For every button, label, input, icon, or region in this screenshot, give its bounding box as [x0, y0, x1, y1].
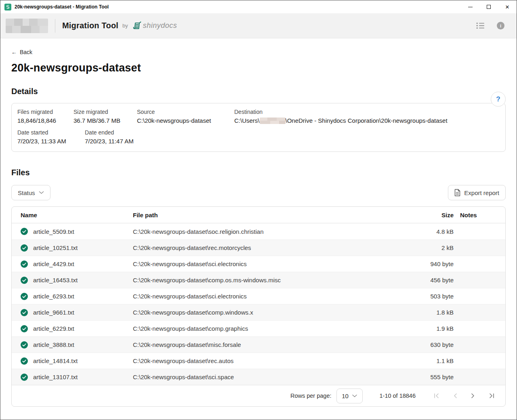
detail-label: Source: [137, 109, 234, 115]
file-name: article_3888.txt: [33, 341, 74, 348]
rows-per-page-value: 10: [342, 393, 349, 399]
files-toolbar: Status Export report: [11, 185, 506, 200]
back-arrow-icon: ←: [11, 49, 17, 55]
file-size: 2 kB: [420, 244, 460, 251]
maximize-button[interactable]: [479, 0, 498, 13]
previous-page-button[interactable]: [452, 391, 459, 400]
file-name: article_6293.txt: [33, 293, 74, 300]
detail-value: 7/20/23, 11:33 AM: [17, 138, 85, 145]
detail-label: Date started: [17, 129, 85, 136]
table-row[interactable]: article_5509.txt C:\20k-newsgroups-datas…: [12, 223, 505, 239]
file-size: 555 byte: [420, 374, 460, 380]
next-page-button[interactable]: [469, 391, 477, 400]
detail-date-ended: Date ended 7/20/23, 11:47 AM: [85, 129, 134, 145]
shinydocs-brand: shinydocs: [132, 21, 177, 31]
minimize-icon: [468, 7, 473, 7]
list-icon: [476, 22, 485, 29]
chevron-down-icon: [39, 191, 44, 194]
info-icon: i: [497, 22, 504, 29]
table-rows: article_5509.txt C:\20k-newsgroups-datas…: [12, 223, 505, 385]
detail-label: Size migrated: [74, 109, 137, 115]
detail-value: 36.7 MB/36.7 MB: [74, 117, 137, 124]
success-check-icon: [21, 228, 28, 235]
detail-value: C:\20k-newsgroups-dataset: [137, 117, 234, 124]
file-name: article_6229.txt: [33, 325, 74, 332]
first-page-button[interactable]: [432, 391, 441, 400]
back-label: Back: [20, 49, 32, 55]
file-size: 1.9 kB: [420, 325, 460, 332]
file-name: article_5509.txt: [33, 228, 74, 235]
log-list-button[interactable]: [476, 22, 485, 29]
file-path: C:\20k-newsgroups-dataset\rec.autos: [133, 357, 420, 364]
table-row[interactable]: article_10251.txt C:\20k-newsgroups-data…: [12, 239, 505, 256]
export-report-button[interactable]: Export report: [448, 185, 506, 200]
details-heading: Details: [11, 87, 506, 96]
window-controls: ✕: [461, 0, 517, 13]
detail-value: C:\Users\\OneDrive - Shinydocs Corporati…: [234, 117, 500, 124]
titlebar: 20k-newsgroups-dataset - Migration Tool …: [0, 0, 517, 13]
success-check-icon: [21, 309, 28, 316]
success-check-icon: [21, 374, 28, 381]
files-heading: Files: [11, 168, 506, 177]
success-check-icon: [21, 260, 28, 268]
file-name: article_4429.txt: [33, 260, 74, 267]
detail-files-migrated: Files migrated 18,846/18,846: [17, 109, 74, 124]
close-button[interactable]: ✕: [498, 0, 517, 13]
table-row[interactable]: article_4429.txt C:\20k-newsgroups-datas…: [12, 256, 505, 272]
detail-size-migrated: Size migrated 36.7 MB/36.7 MB: [74, 109, 137, 124]
file-name: article_14814.txt: [33, 357, 78, 364]
status-filter-label: Status: [18, 189, 35, 196]
back-link[interactable]: ← Back: [11, 49, 32, 55]
table-footer: Rows per page: 10 1-10 of 18846: [12, 385, 505, 406]
table-row[interactable]: article_6293.txt C:\20k-newsgroups-datas…: [12, 288, 505, 304]
file-path: C:\20k-newsgroups-dataset\sci.space: [133, 374, 420, 380]
file-path: C:\20k-newsgroups-dataset\comp.windows.x: [133, 309, 420, 316]
detail-source: Source C:\20k-newsgroups-dataset: [137, 109, 234, 124]
status-filter-button[interactable]: Status: [11, 185, 50, 200]
app-window: 20k-newsgroups-dataset - Migration Tool …: [0, 0, 517, 420]
main-content: ← Back ? 20k-newsgroups-dataset Details …: [0, 38, 517, 420]
column-header-notes: Notes: [460, 212, 496, 218]
table-row[interactable]: article_9661.txt C:\20k-newsgroups-datas…: [12, 304, 505, 320]
file-name: article_16453.txt: [33, 277, 78, 284]
file-path: C:\20k-newsgroups-dataset\rec.motorcycle…: [133, 244, 420, 251]
about-button[interactable]: i: [497, 22, 504, 29]
app-header: Migration Tool by shinydocs: [0, 13, 517, 38]
file-size: 1.8 kB: [420, 309, 460, 316]
table-row[interactable]: article_14814.txt C:\20k-newsgroups-data…: [12, 353, 505, 369]
pagination-range: 1-10 of 18846: [380, 393, 416, 399]
file-path: C:\20k-newsgroups-dataset\sci.electronic…: [133, 260, 420, 267]
last-page-button[interactable]: [487, 391, 496, 400]
help-icon: ?: [496, 95, 500, 103]
brand-name: shinydocs: [143, 21, 177, 30]
file-name: article_13107.txt: [33, 374, 78, 380]
page-title: 20k-newsgroups-dataset: [11, 62, 506, 74]
file-path: C:\20k-newsgroups-dataset\sci.electronic…: [133, 293, 420, 300]
table-row[interactable]: article_3888.txt C:\20k-newsgroups-datas…: [12, 336, 505, 353]
minimize-button[interactable]: [461, 0, 479, 13]
help-button[interactable]: ?: [491, 92, 506, 107]
file-name: article_10251.txt: [33, 244, 78, 251]
column-header-path: File path: [133, 212, 420, 218]
by-label: by: [122, 23, 128, 29]
table-row[interactable]: article_16453.txt C:\20k-newsgroups-data…: [12, 272, 505, 288]
file-size: 1.1 kB: [420, 357, 460, 364]
file-path: C:\20k-newsgroups-dataset\misc.forsale: [133, 341, 420, 348]
detail-label: Files migrated: [17, 109, 74, 115]
blurred-logo: [6, 19, 48, 33]
chevron-down-icon: [352, 395, 357, 397]
file-size: 503 byte: [420, 293, 460, 300]
export-report-label: Export report: [464, 189, 499, 196]
file-size: 4.8 kB: [420, 228, 460, 235]
detail-value: 7/20/23, 11:47 AM: [85, 138, 134, 145]
rows-per-page-select[interactable]: 10: [336, 388, 363, 403]
success-check-icon: [21, 357, 28, 365]
success-check-icon: [21, 341, 28, 349]
close-icon: ✕: [505, 4, 510, 10]
file-path: C:\20k-newsgroups-dataset\soc.religion.c…: [133, 228, 420, 235]
first-page-icon: [433, 393, 439, 399]
header-actions: i: [476, 22, 504, 29]
last-page-icon: [489, 393, 495, 399]
table-row[interactable]: article_6229.txt C:\20k-newsgroups-datas…: [12, 320, 505, 336]
table-row[interactable]: article_13107.txt C:\20k-newsgroups-data…: [12, 369, 505, 385]
